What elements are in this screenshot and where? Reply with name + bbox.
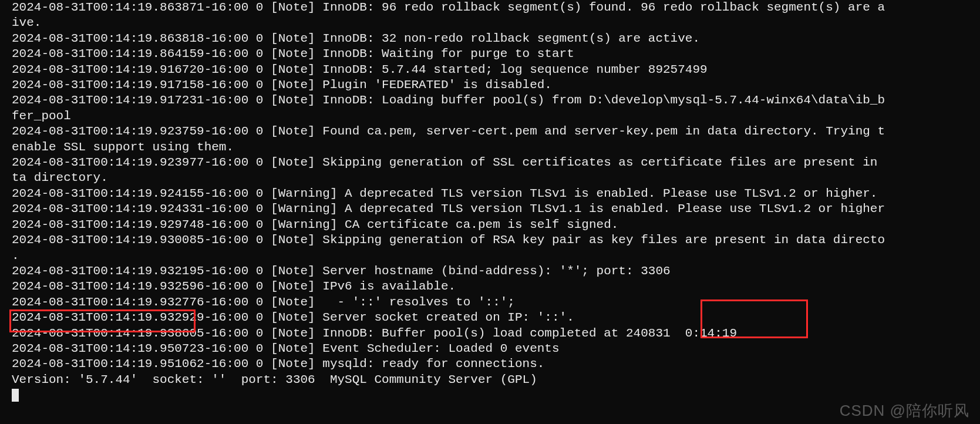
text-cursor: [12, 389, 19, 402]
watermark-text: CSDN @陪你听风: [840, 403, 969, 418]
terminal-window[interactable]: 2024-08-31T00:14:19.863871-16:00 0 [Note…: [0, 0, 980, 424]
terminal-log: 2024-08-31T00:14:19.863871-16:00 0 [Note…: [0, 0, 980, 403]
